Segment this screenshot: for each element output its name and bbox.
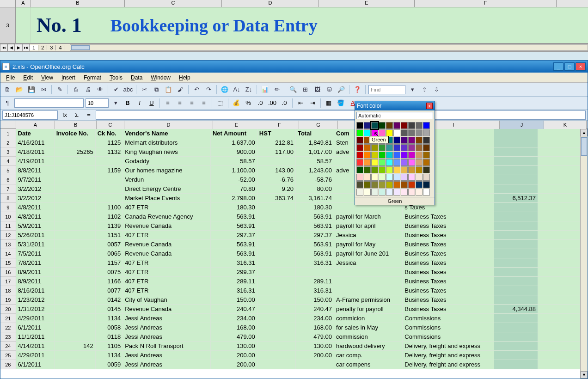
- cell-D3[interactable]: King Vaughan news: [123, 147, 211, 157]
- cell-E16[interactable]: 299.37: [211, 268, 257, 277]
- cell-D4[interactable]: Godaddy: [123, 157, 211, 166]
- sum-icon[interactable]: Σ: [72, 110, 82, 120]
- save-icon[interactable]: 💾: [26, 85, 37, 95]
- cell-B19[interactable]: [55, 295, 96, 305]
- row-header-25[interactable]: 25: [0, 351, 16, 360]
- color-swatch[interactable]: [379, 181, 386, 188]
- cell-D12[interactable]: 407 ETR: [123, 231, 211, 240]
- cell-E12[interactable]: 297.37: [211, 231, 257, 240]
- color-swatch[interactable]: [401, 181, 408, 188]
- vscroll-up-icon[interactable]: ▲: [581, 129, 588, 136]
- cell-B14[interactable]: [55, 249, 96, 258]
- color-swatch[interactable]: [356, 137, 363, 144]
- cell-D13[interactable]: Revenue Canada: [123, 240, 211, 249]
- color-swatch[interactable]: [356, 152, 363, 159]
- color-swatch[interactable]: [408, 144, 415, 151]
- cell-J1[interactable]: [494, 129, 538, 138]
- cell-E15[interactable]: 316.31: [211, 258, 257, 268]
- cell-J12[interactable]: [494, 231, 538, 240]
- cell-J15[interactable]: [494, 258, 538, 268]
- color-swatch[interactable]: [423, 152, 430, 159]
- new-doc-icon[interactable]: 🗎: [2, 85, 12, 95]
- color-swatch[interactable]: [408, 159, 415, 166]
- cell-C13[interactable]: 0057: [96, 240, 123, 249]
- col-header-F[interactable]: F: [260, 121, 299, 129]
- cell-K22[interactable]: [538, 323, 580, 332]
- merge-cells-icon[interactable]: ⬚: [215, 98, 225, 108]
- cell-C11[interactable]: 1139: [96, 221, 123, 231]
- cell-K12[interactable]: [538, 231, 580, 240]
- cell-C1[interactable]: Ck No.: [96, 129, 123, 138]
- cell-H13[interactable]: payroll for May: [334, 240, 403, 249]
- cell-D23[interactable]: Jessi Andreas: [123, 332, 211, 342]
- cell-F3[interactable]: 117.00: [257, 147, 296, 157]
- color-swatch[interactable]: [408, 189, 415, 196]
- color-swatch[interactable]: [356, 181, 363, 188]
- cell-F8[interactable]: 363.74: [257, 194, 296, 203]
- number-std-icon[interactable]: .0: [255, 98, 265, 108]
- cell-A16[interactable]: 8/9/2011: [16, 268, 55, 277]
- cell-H20[interactable]: penalty for payroll: [334, 305, 403, 314]
- row-header-23[interactable]: 23: [0, 332, 16, 342]
- cell-F11[interactable]: [257, 221, 296, 231]
- bg-hscroll[interactable]: [70, 44, 588, 51]
- color-swatch[interactable]: [393, 181, 400, 188]
- color-swatch[interactable]: [423, 166, 430, 173]
- spellcheck-icon[interactable]: ✔: [111, 85, 121, 95]
- cell-F1[interactable]: HST: [257, 129, 296, 138]
- cell-D2[interactable]: Melmart distributors: [123, 138, 211, 147]
- cell-H23[interactable]: commission: [334, 332, 403, 342]
- color-swatch[interactable]: [379, 144, 386, 151]
- cell-C22[interactable]: 0058: [96, 323, 123, 332]
- cell-G8[interactable]: 3,161.74: [296, 194, 334, 203]
- redo-icon[interactable]: ↷: [203, 85, 214, 95]
- cell-D9[interactable]: 407 ETR: [123, 203, 211, 212]
- color-swatch[interactable]: [423, 181, 430, 188]
- menu-help[interactable]: Help: [175, 73, 194, 82]
- cell-E2[interactable]: 1,637.00: [211, 138, 257, 147]
- align-center-icon[interactable]: ≡: [175, 98, 185, 108]
- cell-E19[interactable]: 150.00: [211, 295, 257, 305]
- color-swatch[interactable]: [393, 122, 400, 129]
- add-decimal-icon[interactable]: .00: [267, 98, 277, 108]
- color-swatch[interactable]: [423, 137, 430, 144]
- cell-F17[interactable]: [257, 277, 296, 286]
- color-swatch[interactable]: [408, 181, 415, 188]
- styles-icon[interactable]: ¶: [2, 98, 12, 108]
- minimize-button[interactable]: _: [553, 62, 564, 71]
- row-header-12[interactable]: 12: [0, 231, 16, 240]
- bg-cell-A3[interactable]: [16, 7, 31, 43]
- row-header-17[interactable]: 17: [0, 277, 16, 286]
- row-header-19[interactable]: 19: [0, 295, 16, 305]
- color-swatch[interactable]: [401, 159, 408, 166]
- color-swatch[interactable]: [379, 159, 386, 166]
- color-swatch[interactable]: [386, 122, 393, 129]
- color-swatch[interactable]: [356, 159, 363, 166]
- color-swatch[interactable]: [393, 129, 400, 136]
- cell-J22[interactable]: [494, 323, 538, 332]
- color-swatch[interactable]: [408, 152, 415, 159]
- cell-H24[interactable]: hardwood delivery: [334, 342, 403, 351]
- color-swatch[interactable]: [379, 189, 386, 196]
- cell-G26[interactable]: [296, 360, 334, 369]
- cell-C9[interactable]: 1100: [96, 203, 123, 212]
- cell-B16[interactable]: [55, 268, 96, 277]
- cell-I15[interactable]: Business Taxes: [403, 258, 494, 268]
- cell-E26[interactable]: 200.00: [211, 360, 257, 369]
- cell-D20[interactable]: Revenue Canada: [123, 305, 211, 314]
- cell-K25[interactable]: [538, 351, 580, 360]
- cell-I14[interactable]: Business Taxes: [403, 249, 494, 258]
- color-swatch[interactable]: [401, 144, 408, 151]
- cell-H10[interactable]: payroll for March: [334, 212, 403, 221]
- cell-B26[interactable]: [55, 360, 96, 369]
- cell-E25[interactable]: 200.00: [211, 351, 257, 360]
- cell-G15[interactable]: 316.31: [296, 258, 334, 268]
- cell-D19[interactable]: City of Vaughan: [123, 295, 211, 305]
- row-header-8[interactable]: 8: [0, 194, 16, 203]
- cell-K17[interactable]: [538, 277, 580, 286]
- color-swatch[interactable]: [371, 166, 378, 173]
- col-header-B[interactable]: B: [55, 121, 97, 129]
- color-swatch[interactable]: [371, 129, 378, 136]
- cell-C25[interactable]: 1134: [96, 351, 123, 360]
- sort-asc-icon[interactable]: A↓: [232, 85, 242, 95]
